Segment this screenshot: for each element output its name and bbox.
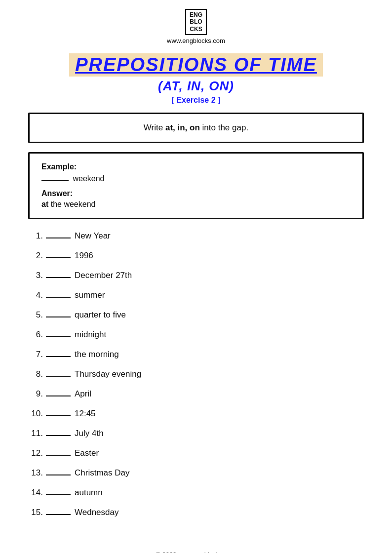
- list-item: 14.autumn: [28, 488, 364, 498]
- header: ENG BLO CKS www.engblocks.com: [167, 9, 225, 44]
- logo-line3: CKS: [190, 26, 202, 33]
- item-blank: [46, 376, 71, 377]
- item-blank: [46, 257, 71, 258]
- list-item: 15.Wednesday: [28, 508, 364, 517]
- item-number: 2.: [28, 251, 43, 261]
- item-blank: [46, 474, 71, 475]
- item-number: 15.: [28, 508, 43, 517]
- item-blank: [46, 494, 71, 495]
- item-text: summer: [75, 290, 105, 300]
- item-blank: [46, 455, 71, 456]
- footer: © 2022 www.engblocks.com May be freely c…: [122, 542, 270, 553]
- item-text: Wednesday: [75, 508, 118, 517]
- list-item: 2.1996: [28, 251, 364, 261]
- example-blank: [41, 180, 69, 181]
- item-blank: [46, 356, 71, 357]
- item-text: 12:45: [75, 409, 96, 419]
- instruction-prefix: Write: [144, 123, 165, 132]
- item-number: 6.: [28, 330, 43, 340]
- item-text: quarter to five: [75, 310, 126, 320]
- item-number: 14.: [28, 488, 43, 498]
- item-blank: [46, 237, 71, 238]
- item-number: 8.: [28, 369, 43, 379]
- list-item: 11.July 4th: [28, 429, 364, 438]
- list-item: 12.Easter: [28, 448, 364, 458]
- list-item: 9.April: [28, 389, 364, 399]
- answer-at: at: [41, 200, 48, 208]
- item-text: Thursday evening: [75, 369, 141, 379]
- website-url: www.engblocks.com: [167, 37, 225, 44]
- list-item: 6.midnight: [28, 330, 364, 340]
- example-box: Example: weekend Answer: at the weekend: [28, 152, 364, 219]
- example-label: Example:: [41, 162, 351, 171]
- main-title: PREPOSITIONS OF TIME: [69, 53, 323, 77]
- answer-label: Answer:: [41, 189, 351, 198]
- list-item: 1.New Year: [28, 231, 364, 241]
- list-item: 5.quarter to five: [28, 310, 364, 320]
- item-blank: [46, 514, 71, 515]
- item-number: 10.: [28, 409, 43, 419]
- item-text: midnight: [75, 330, 106, 340]
- logo-line1: ENG: [190, 11, 202, 18]
- item-blank: [46, 336, 71, 337]
- exercise-list: 1.New Year2.19963.December 27th4.summer5…: [28, 231, 364, 527]
- item-text: New Year: [75, 231, 111, 241]
- list-item: 7.the morning: [28, 350, 364, 359]
- item-number: 11.: [28, 429, 43, 438]
- footer-line1: © 2022 www.engblocks.com: [122, 551, 270, 553]
- logo: ENG BLO CKS: [185, 9, 207, 35]
- list-item: 10.12:45: [28, 409, 364, 419]
- item-text: Easter: [75, 448, 99, 458]
- example-sentence-suffix: weekend: [73, 174, 104, 183]
- answer-text: at the weekend: [41, 200, 351, 209]
- item-number: 13.: [28, 468, 43, 478]
- item-blank: [46, 297, 71, 298]
- instruction-box: Write at, in, on into the gap.: [28, 113, 364, 143]
- item-blank: [46, 277, 71, 278]
- answer-the-weekend: the weekend: [51, 200, 96, 208]
- item-text: Christmas Day: [75, 468, 129, 478]
- item-text: April: [75, 389, 91, 399]
- exercise-label: [ Exercise 2 ]: [172, 96, 221, 105]
- example-sentence: weekend: [41, 174, 351, 183]
- item-text: July 4th: [75, 429, 104, 438]
- item-blank: [46, 395, 71, 396]
- item-text: December 27th: [75, 271, 132, 280]
- list-item: 8.Thursday evening: [28, 369, 364, 379]
- title-section: PREPOSITIONS OF TIME (AT, IN, ON) [ Exer…: [69, 53, 323, 105]
- item-number: 9.: [28, 389, 43, 399]
- item-number: 7.: [28, 350, 43, 359]
- logo-line2: BLO: [190, 18, 202, 25]
- item-number: 5.: [28, 310, 43, 320]
- item-blank: [46, 316, 71, 317]
- instruction-keywords: at, in, on: [165, 123, 200, 132]
- item-number: 1.: [28, 231, 43, 241]
- list-item: 4.summer: [28, 290, 364, 300]
- list-item: 3.December 27th: [28, 271, 364, 280]
- item-text: the morning: [75, 350, 119, 359]
- item-blank: [46, 415, 71, 416]
- list-item: 13.Christmas Day: [28, 468, 364, 478]
- item-text: 1996: [75, 251, 93, 261]
- item-number: 3.: [28, 271, 43, 280]
- item-number: 12.: [28, 448, 43, 458]
- item-text: autumn: [75, 488, 103, 498]
- item-number: 4.: [28, 290, 43, 300]
- instruction-suffix: into the gap.: [200, 123, 248, 132]
- sub-title: (AT, IN, ON): [158, 79, 234, 94]
- item-blank: [46, 435, 71, 436]
